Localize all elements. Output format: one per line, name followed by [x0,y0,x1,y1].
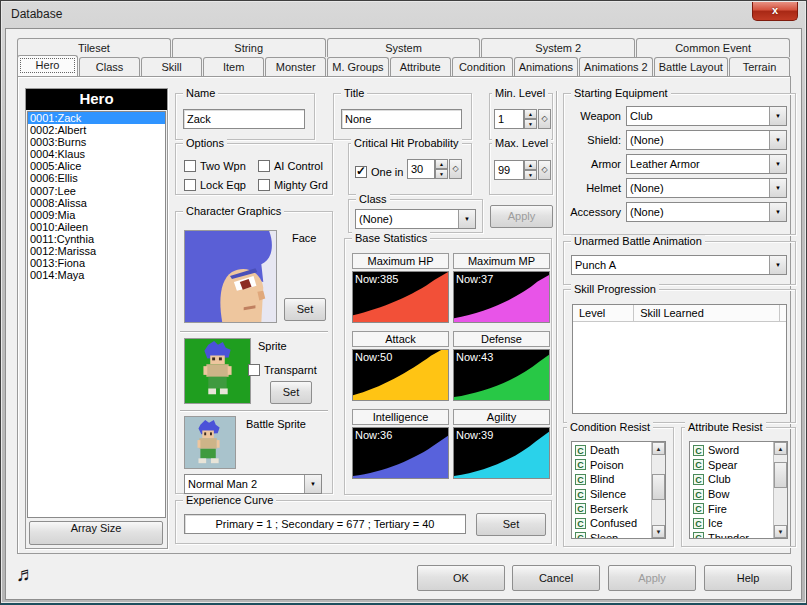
tab-class[interactable]: Class [79,57,140,76]
armor-dropdown[interactable]: Leather Armor ▼ [626,154,787,174]
name-input[interactable]: Zack [183,109,305,129]
option-ai-control[interactable]: AI Control [258,156,323,174]
max-level-up-icon[interactable]: ▲ [524,160,537,170]
hero-list-item[interactable]: 0002:Albert [28,124,165,136]
hero-list-item[interactable]: 0013:Fiona [28,257,165,269]
tab-m-groups[interactable]: M. Groups [327,57,388,76]
tab-common-event[interactable]: Common Event [636,38,790,57]
mighty-grd-checkbox[interactable] [258,179,270,191]
critical-up-icon[interactable]: ▲ [435,159,448,169]
hero-list-item[interactable]: 0004:Klaus [28,148,165,160]
accessory-dropdown[interactable]: (None) ▼ [626,202,787,222]
stat-graph[interactable]: Now:43 [453,349,550,401]
one-in-option[interactable]: One in [355,162,403,180]
option-lock-eqp[interactable]: Lock Eqp [184,175,246,193]
hero-list-item[interactable]: 0005:Alice [28,160,165,172]
min-level-down-icon[interactable]: ▼ [524,119,537,129]
stat-graph[interactable]: Now:36 [352,427,449,479]
face-image[interactable] [184,230,277,323]
condition-item[interactable]: CBlind [572,472,651,487]
one-in-checkbox[interactable] [355,166,367,178]
attribute-item[interactable]: CFire [690,501,773,516]
critical-diamond-icon[interactable]: ◇ [449,159,462,179]
transparent-option[interactable]: Transparnt [248,360,317,378]
battle-sprite-image[interactable] [184,416,236,469]
shield-dropdown[interactable]: (None) ▼ [626,130,787,150]
attribute-item[interactable]: CIce [690,516,773,531]
stat-name[interactable]: Defense [453,331,550,347]
tab-condition[interactable]: Condition [452,57,513,76]
chevron-down-icon[interactable]: ▼ [769,107,786,125]
title-input[interactable]: None [341,109,462,129]
hero-list[interactable]: 0001:Zack 0002:Albert 0003:Burns 0004:Kl… [27,111,166,518]
chevron-down-icon[interactable]: ▼ [769,203,786,221]
critical-value[interactable]: 30 [407,159,435,179]
experience-set-button[interactable]: Set [476,513,546,536]
experience-curve-value[interactable]: Primary = 1 ; Secondary = 677 ; Tertiary… [184,514,466,534]
hero-list-item[interactable]: 0003:Burns [28,136,165,148]
chevron-down-icon[interactable]: ▼ [769,256,786,274]
lock-eqp-checkbox[interactable] [184,179,196,191]
max-level-diamond-icon[interactable]: ◇ [538,160,551,180]
tab-item[interactable]: Item [203,57,264,76]
chevron-down-icon[interactable]: ▼ [458,210,475,228]
condition-item[interactable]: CConfused [572,516,651,531]
stat-graph[interactable]: Now:385 [352,271,449,323]
tab-battle-layout[interactable]: Battle Layout [654,57,728,76]
title-bar[interactable]: Database x [1,1,806,27]
scrollbar[interactable]: ▲ ▼ [651,442,665,538]
attribute-resist-list[interactable]: CSword CSpear CClub CBow CFire CIce CThu… [689,441,788,539]
hero-list-item[interactable]: 0008:Alissa [28,197,165,209]
hero-list-item[interactable]: 0006:Ellis [28,172,165,184]
sprite-image[interactable] [184,338,251,404]
hero-list-item[interactable]: 0011:Cynthia [28,233,165,245]
max-level-down-icon[interactable]: ▼ [524,170,537,180]
min-level-up-icon[interactable]: ▲ [524,109,537,119]
sprite-file-dropdown[interactable]: Normal Man 2 ▼ [184,474,322,494]
two-wpn-checkbox[interactable] [184,160,196,172]
apply-button[interactable]: Apply [608,565,696,591]
option-mighty-grd[interactable]: Mighty Grd [258,175,328,193]
stat-name[interactable]: Agility [453,409,550,425]
scroll-down-icon[interactable]: ▼ [652,525,665,538]
help-button[interactable]: Help [704,565,792,591]
max-level-value[interactable]: 99 [494,160,524,180]
hero-list-item[interactable]: 0010:Aileen [28,221,165,233]
condition-resist-list[interactable]: CDeath CPoison CBlind CSilence CBerserk … [571,441,666,539]
condition-item[interactable]: CDeath [572,443,651,458]
weapon-dropdown[interactable]: Club ▼ [626,106,787,126]
critical-down-icon[interactable]: ▼ [435,169,448,179]
hero-list-item[interactable]: 0012:Marissa [28,245,165,257]
stat-graph[interactable]: Now:37 [453,271,550,323]
scroll-up-icon[interactable]: ▲ [774,442,787,455]
scrollbar[interactable]: ▲ ▼ [773,442,787,538]
skill-learned-column-header[interactable]: Skill Learned [634,305,780,322]
option-two-wpn[interactable]: Two Wpn [184,156,246,174]
stat-graph[interactable]: Now:39 [453,427,550,479]
class-apply-button[interactable]: Apply [490,205,553,228]
tab-terrain[interactable]: Terrain [729,57,790,76]
tab-system[interactable]: System [327,38,481,57]
min-level-value[interactable]: 1 [494,109,524,129]
stat-name[interactable]: Maximum HP [352,253,449,269]
face-set-button[interactable]: Set [284,298,326,321]
ok-button[interactable]: OK [417,565,505,591]
stat-graph[interactable]: Now:50 [352,349,449,401]
stat-name[interactable]: Attack [352,331,449,347]
condition-item[interactable]: CPoison [572,458,651,473]
level-column-header[interactable]: Level [573,305,634,322]
tab-skill[interactable]: Skill [141,57,202,76]
skill-progression-list[interactable]: Level Skill Learned [572,304,787,414]
scroll-up-icon[interactable]: ▲ [652,442,665,455]
tab-string[interactable]: String [172,38,326,57]
tab-attribute[interactable]: Attribute [390,57,451,76]
attribute-item[interactable]: CClub [690,472,773,487]
helmet-dropdown[interactable]: (None) ▼ [626,178,787,198]
condition-item[interactable]: CSilence [572,487,651,502]
tab-animations[interactable]: Animations [514,57,578,76]
condition-item[interactable]: CSleep [572,531,651,538]
cancel-button[interactable]: Cancel [512,565,600,591]
chevron-down-icon[interactable]: ▼ [769,155,786,173]
chevron-down-icon[interactable]: ▼ [769,179,786,197]
close-icon[interactable]: x [752,2,798,21]
